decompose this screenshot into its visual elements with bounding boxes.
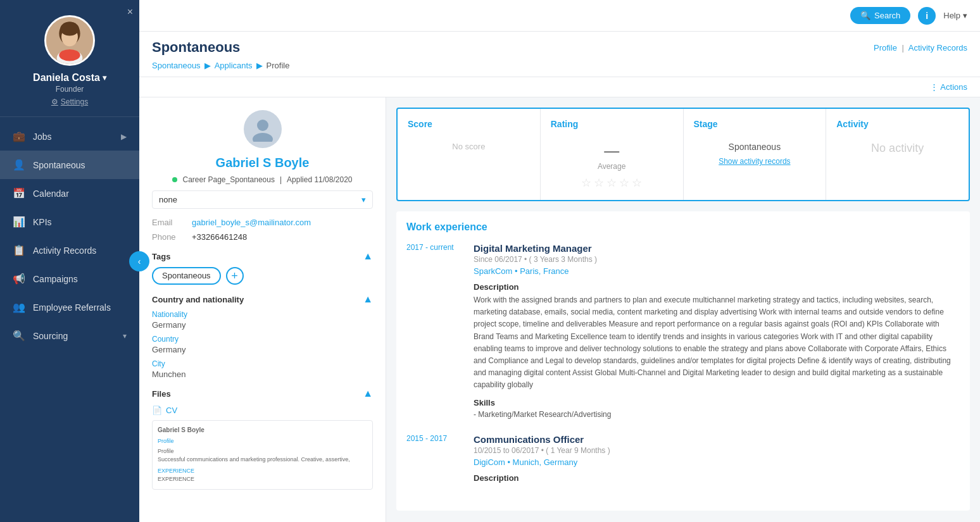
activity-records-link[interactable]: Activity Records	[908, 43, 967, 53]
source-dropdown[interactable]: none ▾	[152, 190, 373, 209]
we-description-1: Work with the assigned brands and partne…	[474, 294, 960, 392]
we-desc-label-2: Description	[474, 473, 960, 483]
content-area: Spontaneous Profile | Activity Records S…	[139, 32, 980, 522]
settings-link[interactable]: ⚙ Settings	[51, 97, 88, 106]
tag-spontaneous[interactable]: Spontaneous	[152, 267, 221, 285]
sidebar-item-sourcing[interactable]: 🔍 Sourcing ▾	[0, 321, 139, 350]
email-row: Email gabriel_boyle_s@mailinator.com	[152, 218, 373, 227]
left-panel: Gabriel S Boyle Career Page_Spontaneous …	[139, 97, 386, 522]
stage-value: Spontaneous	[694, 142, 816, 152]
breadcrumb-sep-2: ▶	[256, 61, 263, 70]
star-5[interactable]: ☆	[632, 176, 642, 190]
page-header: Spontaneous Profile | Activity Records S…	[139, 32, 980, 77]
score-label: Score	[408, 119, 530, 129]
stars-row: ☆ ☆ ☆ ☆ ☆	[551, 176, 673, 190]
tags-toggle[interactable]: ▲	[363, 251, 373, 262]
breadcrumb: Spontaneous ▶ Applicants ▶ Profile	[152, 61, 967, 77]
we-item-1: 2017 - current Digital Marketing Manager…	[406, 243, 960, 419]
country-label: Country	[152, 335, 373, 344]
avatar-placeholder	[244, 110, 282, 148]
we-duration-1: Since 06/2017 • ( 3 Years 3 Months )	[474, 255, 960, 264]
svg-point-6	[257, 120, 268, 131]
phone-label: Phone	[152, 232, 187, 242]
star-1[interactable]: ☆	[581, 176, 591, 190]
rating-cell: Rating — Average ☆ ☆ ☆ ☆ ☆	[541, 109, 684, 200]
candidate-phone: +33266461248	[192, 232, 247, 242]
activity-label: Activity	[836, 119, 958, 129]
page-title: Spontaneous	[152, 39, 240, 56]
add-tag-button[interactable]: +	[226, 267, 244, 285]
sidebar: × Daniela Costa ▾ Founder ⚙	[0, 0, 139, 522]
we-company-2: DigiCom • Munich, Germany	[474, 457, 960, 467]
candidate-email[interactable]: gabriel_boyle_s@mailinator.com	[192, 218, 311, 227]
files-toggle[interactable]: ▲	[363, 388, 373, 399]
work-experience-title: Work experience	[406, 221, 960, 233]
sidebar-item-jobs[interactable]: 💼 Jobs ▶	[0, 122, 139, 151]
candidate-avatar	[152, 110, 373, 148]
email-label: Email	[152, 218, 187, 227]
calendar-icon: 📅	[13, 187, 25, 199]
jobs-arrow-icon: ▶	[121, 132, 127, 141]
we-item-2: 2015 - 2017 Communications Officer 10/20…	[406, 434, 960, 485]
avatar	[44, 15, 95, 66]
kpis-icon: 📊	[13, 216, 25, 228]
user-dropdown-arrow[interactable]: ▾	[103, 73, 106, 82]
profile-link[interactable]: Profile	[874, 43, 897, 53]
sidebar-item-campaigns[interactable]: 📢 Campaigns	[0, 264, 139, 293]
online-indicator	[172, 177, 177, 182]
info-button[interactable]: i	[918, 7, 936, 25]
actions-button[interactable]: ⋮ Actions	[930, 82, 967, 92]
tags-area: Spontaneous +	[152, 267, 373, 285]
activity-icon: 📋	[13, 244, 25, 256]
candidate-source: Career Page_Spontaneous	[182, 175, 274, 184]
we-job-title-1: Digital Marketing Manager	[474, 243, 960, 254]
tags-label: Tags	[152, 252, 170, 261]
sidebar-nav: 💼 Jobs ▶ 👤 Spontaneous 📅 Calendar 📊 KPIs	[0, 117, 139, 522]
sidebar-item-label: Jobs	[33, 132, 52, 142]
work-experience-section: Work experience 2017 - current Digital M…	[396, 211, 970, 511]
help-button[interactable]: Help ▾	[943, 11, 967, 20]
sidebar-collapse-button[interactable]: ‹	[129, 251, 149, 271]
we-skills-label-1: Skills	[474, 398, 960, 407]
user-role: Founder	[56, 85, 84, 94]
stage-label: Stage	[694, 119, 816, 129]
cv-file-row[interactable]: 📄 CV	[152, 406, 373, 415]
sidebar-item-spontaneous[interactable]: 👤 Spontaneous	[0, 151, 139, 179]
sidebar-item-activity-records[interactable]: 📋 Activity Records	[0, 236, 139, 264]
tags-section-header: Tags ▲	[152, 251, 373, 262]
actions-bar: ⋮ Actions	[139, 77, 980, 97]
files-label: Files	[152, 389, 171, 399]
file-icon: 📄	[152, 406, 162, 415]
sidebar-item-kpis[interactable]: 📊 KPIs	[0, 208, 139, 236]
search-button[interactable]: 🔍 Search	[850, 7, 910, 24]
breadcrumb-root[interactable]: Spontaneous	[152, 61, 201, 70]
breadcrumb-applicants[interactable]: Applicants	[215, 61, 253, 70]
sidebar-item-calendar[interactable]: 📅 Calendar	[0, 179, 139, 208]
sourcing-arrow-icon: ▾	[123, 332, 127, 340]
main-area: 🔍 Search i Help ▾ Spontaneous Profile | …	[139, 0, 980, 522]
main-content: Gabriel S Boyle Career Page_Spontaneous …	[139, 97, 980, 522]
sourcing-icon: 🔍	[13, 330, 25, 342]
star-2[interactable]: ☆	[594, 176, 604, 190]
we-details-1: Digital Marketing Manager Since 06/2017 …	[474, 243, 960, 419]
link-separator: |	[902, 43, 904, 53]
referrals-icon: 👥	[13, 301, 25, 313]
gear-icon: ⚙	[51, 97, 58, 106]
sidebar-item-employee-referrals[interactable]: 👥 Employee Referrals	[0, 293, 139, 321]
city-label: City	[152, 359, 373, 368]
svg-point-5	[59, 49, 80, 61]
we-period-1: 2017 - current	[406, 243, 463, 419]
user-name[interactable]: Daniela Costa ▾	[33, 72, 106, 84]
location-section: Nationality Germany Country Germany City…	[152, 310, 373, 379]
breadcrumb-sep-1: ▶	[204, 61, 211, 70]
we-company-1: SparkCom • Paris, France	[474, 266, 960, 276]
topbar: 🔍 Search i Help ▾	[139, 0, 980, 32]
star-4[interactable]: ☆	[619, 176, 629, 190]
close-icon[interactable]: ×	[127, 6, 133, 18]
page-header-links: Profile | Activity Records	[874, 43, 967, 53]
location-toggle[interactable]: ▲	[363, 294, 373, 305]
rating-label: Rating	[551, 119, 673, 129]
show-activity-link[interactable]: Show activity records	[694, 157, 816, 166]
no-activity-value: No activity	[836, 142, 958, 155]
star-3[interactable]: ☆	[606, 176, 617, 190]
